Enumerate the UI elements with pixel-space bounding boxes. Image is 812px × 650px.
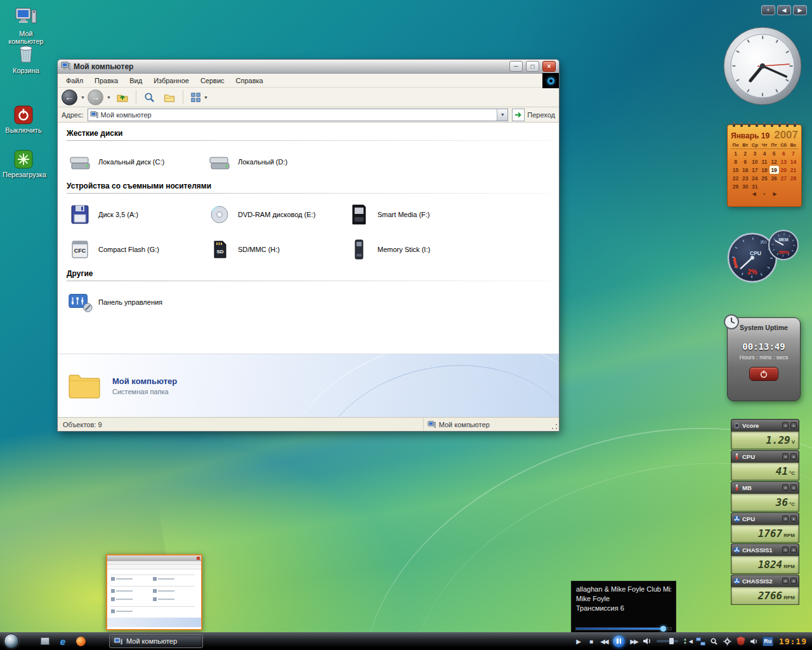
desktop-icon-restart[interactable]: Перезагрузка xyxy=(3,145,44,178)
folders-button[interactable] xyxy=(160,89,178,105)
player-track: allaghan & Mike Foyle Club Mix) xyxy=(576,585,671,594)
volume-icon[interactable] xyxy=(643,636,652,646)
monitor-menu-button[interactable]: ≡ xyxy=(782,578,789,584)
forward-button[interactable]: → xyxy=(88,90,103,105)
player-progress-bar[interactable] xyxy=(575,627,672,630)
menu-item-file[interactable]: Файл xyxy=(60,75,89,86)
cpu-meter-widget[interactable]: CPU 100 2% MEM -50% xyxy=(723,223,803,286)
drive-item-c[interactable]: Локальный диск (C:) xyxy=(67,144,206,179)
forward-dropdown[interactable]: ▼ xyxy=(107,95,111,100)
volume-knob[interactable] xyxy=(669,638,674,644)
monitor-menu-button[interactable]: ≡ xyxy=(782,422,789,428)
menu-item-edit[interactable]: Правка xyxy=(89,75,124,86)
network-icon[interactable] xyxy=(696,636,706,646)
folders-icon xyxy=(163,91,176,103)
minimize-button[interactable]: ─ xyxy=(509,61,523,72)
player-progress-knob[interactable] xyxy=(660,626,666,632)
monitor-close-button[interactable]: × xyxy=(790,515,797,522)
address-dropdown-button[interactable]: ▼ xyxy=(497,109,508,121)
window-titlebar[interactable]: Мой компьютер ─ □ × xyxy=(58,60,559,74)
monitor-menu-button[interactable]: ≡ xyxy=(782,515,789,522)
play-button[interactable]: ▶ xyxy=(575,636,582,646)
calendar-day: 28 xyxy=(789,174,798,182)
music-player: allaghan & Mike Foyle Club Mix) Mike Foy… xyxy=(571,581,676,634)
drive-item-d[interactable]: Локальный (D:) xyxy=(206,144,346,179)
drive-item-a[interactable]: Диск 3,5 (A:) xyxy=(67,197,206,232)
internet-explorer-icon[interactable]: e xyxy=(57,635,69,647)
language-indicator[interactable]: Ru xyxy=(763,637,773,646)
dock-next-button[interactable]: ▶ xyxy=(793,5,807,15)
monitor-menu-button[interactable]: ≡ xyxy=(782,484,789,491)
monitor-close-button[interactable]: × xyxy=(790,422,797,428)
menu-item-favorites[interactable]: Избранное xyxy=(148,75,195,86)
drive-label: Memory Stick (I:) xyxy=(377,246,430,253)
uptime-power-button[interactable] xyxy=(749,367,778,381)
calendar-day: 20 xyxy=(779,166,789,174)
previous-button[interactable]: ◀◀ xyxy=(600,636,608,646)
folder-content: Жесткие диски Локальный диск (C:) Локаль… xyxy=(58,123,559,354)
close-button[interactable]: × xyxy=(542,61,556,72)
desktop-icon-my-computer[interactable]: Мой компьютер xyxy=(5,4,47,45)
drive-item-g[interactable]: CFC Compact Flash (G:) xyxy=(67,232,206,267)
monitor-close-button[interactable]: × xyxy=(790,484,797,491)
antivirus-shield-icon[interactable] xyxy=(736,636,746,646)
resize-grip[interactable] xyxy=(549,418,559,431)
control-panel-item[interactable]: Панель управления xyxy=(67,284,206,319)
taskbar-task-my-computer[interactable]: Мой компьютер xyxy=(109,634,203,648)
back-dropdown[interactable]: ▼ xyxy=(81,95,85,100)
playlist-scroll-arrows[interactable]: ▲▼ xyxy=(683,637,687,645)
monitor-close-button[interactable]: × xyxy=(790,547,797,553)
next-button[interactable]: ▶▶ xyxy=(630,636,638,646)
drive-item-e[interactable]: DVD-RAM дисковод (E:) xyxy=(206,197,346,232)
dock-prev-button[interactable]: ◀ xyxy=(777,5,791,15)
firefox-icon[interactable] xyxy=(75,635,86,647)
stop-button[interactable]: ■ xyxy=(587,636,595,646)
taskbar: e Мой компьютер ◀ Ru 19:19 xyxy=(0,632,812,650)
show-desktop-icon[interactable] xyxy=(39,635,51,647)
volume-slider[interactable] xyxy=(657,640,678,642)
clock-widget[interactable] xyxy=(722,25,803,107)
drive-item-h[interactable]: SD SD/MMC (H:) xyxy=(206,232,346,267)
thumbnail-titlebar xyxy=(107,555,201,561)
volume-tray-icon[interactable] xyxy=(749,636,759,646)
search-tray-icon[interactable] xyxy=(709,636,719,646)
monitor-menu-button[interactable]: ≡ xyxy=(782,547,789,553)
monitor-menu-button[interactable]: ≡ xyxy=(782,453,789,460)
back-button[interactable]: ← xyxy=(62,90,77,105)
up-button[interactable] xyxy=(114,89,131,105)
desktop-icon-shutdown[interactable]: Выключить xyxy=(3,100,44,134)
calendar-weekday: Сб xyxy=(779,142,789,149)
desktop-icon-recycle-bin[interactable]: Корзина xyxy=(5,41,47,74)
lcd-display: 1824RPM xyxy=(731,555,799,574)
drive-label: Диск 3,5 (A:) xyxy=(98,211,138,218)
hw-monitor-label: CHASSIS2 xyxy=(742,578,780,585)
drive-item-i[interactable]: Memory Stick (I:) xyxy=(346,232,485,267)
calendar-prev-button[interactable]: ◀ xyxy=(752,191,756,197)
gear-icon[interactable] xyxy=(723,636,733,646)
go-button[interactable]: Переход xyxy=(512,109,555,121)
monitor-close-button[interactable]: × xyxy=(790,453,797,460)
pause-button[interactable] xyxy=(613,635,625,647)
calendar-day: 16 xyxy=(740,166,750,174)
maximize-button[interactable]: □ xyxy=(526,61,539,72)
dock-add-button[interactable]: + xyxy=(761,5,775,15)
address-input[interactable]: Мой компьютер ▼ xyxy=(88,109,509,121)
window-thumbnail-preview[interactable] xyxy=(106,554,202,630)
section-rule xyxy=(67,281,550,281)
calendar-next-button[interactable]: ▶ xyxy=(773,191,776,197)
monitor-close-button[interactable]: × xyxy=(790,578,797,584)
menu-item-help[interactable]: Справка xyxy=(230,75,269,86)
control-panel-label: Панель управления xyxy=(98,298,162,306)
search-button[interactable] xyxy=(141,89,158,105)
calendar-today-button[interactable]: ▪ xyxy=(764,191,766,197)
menu-item-tools[interactable]: Сервис xyxy=(195,75,230,86)
hidden-icons-chevron[interactable]: ◀ xyxy=(689,639,693,644)
views-button[interactable]: ▼ xyxy=(188,89,211,105)
drive-item-f[interactable]: Smart Media (F:) xyxy=(346,197,485,232)
thermometer-icon xyxy=(733,453,740,460)
drive-label: Локальный (D:) xyxy=(238,158,287,166)
calendar-weekday: Ср xyxy=(750,142,759,149)
start-button[interactable] xyxy=(4,633,19,649)
menu-item-view[interactable]: Вид xyxy=(124,75,148,86)
taskbar-clock[interactable]: 19:19 xyxy=(779,637,807,646)
